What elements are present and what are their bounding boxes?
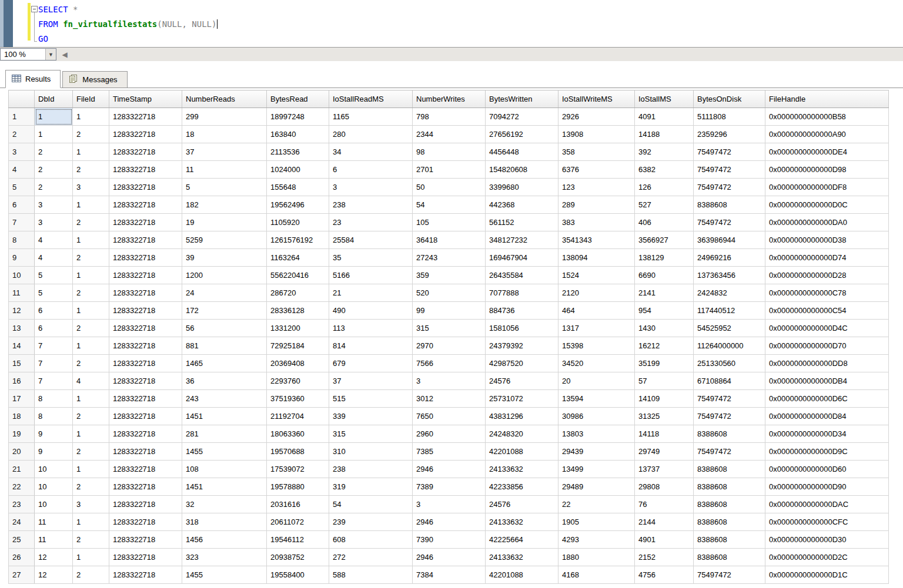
grid-cell[interactable]: 19 [182,214,267,231]
row-number-cell[interactable]: 27 [9,566,35,584]
grid-cell[interactable]: 2946 [413,461,486,478]
grid-cell[interactable]: 1 [73,461,109,478]
grid-cell[interactable]: 319 [329,478,413,496]
grid-cell[interactable]: 0x0000000000000DF8 [765,179,889,196]
grid-cell[interactable]: 2424832 [694,284,765,302]
grid-cell[interactable]: 359 [413,267,486,284]
column-header-bytesondisk[interactable]: BytesOnDisk [694,90,765,108]
grid-cell[interactable]: 7 [35,355,73,372]
grid-cell[interactable]: 6 [329,161,413,179]
grid-cell[interactable]: 884736 [486,302,558,320]
grid-cell[interactable]: 75497472 [694,161,765,179]
grid-cell[interactable]: 1105920 [267,214,329,231]
row-number-cell[interactable]: 10 [9,267,35,284]
grid-cell[interactable]: 32 [182,496,267,513]
grid-cell[interactable]: 75497472 [694,443,765,461]
column-header-bytesread[interactable]: BytesRead [267,90,329,108]
grid-cell[interactable]: 24133632 [486,513,558,531]
grid-cell[interactable]: 1283322718 [109,161,182,179]
grid-cell[interactable]: 23 [329,214,413,231]
grid-cell[interactable]: 75497472 [694,143,765,161]
grid-cell[interactable]: 1 [73,231,109,249]
grid-cell[interactable]: 4168 [558,566,635,584]
grid-cell[interactable]: 8388608 [694,549,765,566]
grid-cell[interactable]: 0x0000000000000D84 [765,408,889,425]
grid-cell[interactable]: 0x0000000000000DA0 [765,214,889,231]
grid-cell[interactable]: 28336128 [267,302,329,320]
grid-cell[interactable]: 2 [35,179,73,196]
tab-results[interactable]: Results [5,70,61,88]
grid-cell[interactable]: 7390 [413,531,486,549]
grid-cell[interactable]: 154820608 [486,161,558,179]
grid-cell[interactable]: 24576 [486,496,558,513]
grid-cell[interactable]: 11 [35,513,73,531]
grid-cell[interactable]: 7384 [413,566,486,584]
grid-cell[interactable]: 358 [558,143,635,161]
grid-cell[interactable]: 26435584 [486,267,558,284]
grid-cell[interactable]: 0x0000000000000A90 [765,126,889,143]
grid-cell[interactable]: 13594 [558,390,635,408]
grid-cell[interactable]: 4901 [635,531,694,549]
grid-cell[interactable]: 2344 [413,126,486,143]
grid-cell[interactable]: 42987520 [486,355,558,372]
grid-cell[interactable]: 0x0000000000000D9C [765,443,889,461]
grid-cell[interactable]: 0x0000000000000CFC [765,513,889,531]
grid-cell[interactable]: 3 [35,214,73,231]
grid-cell[interactable]: 2152 [635,549,694,566]
grid-cell[interactable]: 6 [35,302,73,320]
grid-cell[interactable]: 679 [329,355,413,372]
grid-cell[interactable]: 1261576192 [267,231,329,249]
grid-cell[interactable]: 17539072 [267,461,329,478]
grid-cell[interactable]: 10 [35,496,73,513]
grid-cell[interactable]: 126 [635,179,694,196]
grid-cell[interactable]: 19570688 [267,443,329,461]
grid-cell[interactable]: 57 [635,372,694,390]
grid-cell[interactable]: 0x0000000000000D0C [765,196,889,214]
grid-cell[interactable]: 1 [73,108,109,126]
grid-cell[interactable]: 163840 [267,126,329,143]
grid-cell[interactable]: 0x0000000000000D60 [765,461,889,478]
row-number-cell[interactable]: 16 [9,372,35,390]
row-number-cell[interactable]: 14 [9,337,35,355]
grid-cell[interactable]: 442368 [486,196,558,214]
grid-cell[interactable]: 54525952 [694,320,765,337]
grid-cell[interactable]: 0x0000000000000DB4 [765,372,889,390]
grid-cell[interactable]: 35199 [635,355,694,372]
grid-cell[interactable]: 1524 [558,267,635,284]
grid-cell[interactable]: 2 [73,408,109,425]
grid-cell[interactable]: 363986944 [694,231,765,249]
grid-cell[interactable]: 5259 [182,231,267,249]
grid-cell[interactable]: 1283322718 [109,461,182,478]
grid-cell[interactable]: 75497472 [694,214,765,231]
grid-cell[interactable]: 138094 [558,249,635,267]
grid-cell[interactable]: 798 [413,108,486,126]
grid-cell[interactable]: 0x0000000000000D6C [765,390,889,408]
grid-cell[interactable]: 281 [182,425,267,443]
grid-cell[interactable]: 34520 [558,355,635,372]
grid-cell[interactable]: 0x0000000000000D38 [765,231,889,249]
grid-cell[interactable]: 14118 [635,425,694,443]
grid-cell[interactable]: 54 [329,496,413,513]
grid-cell[interactable]: 8388608 [694,461,765,478]
grid-cell[interactable]: 0x0000000000000D30 [765,531,889,549]
grid-cell[interactable]: 490 [329,302,413,320]
grid-cell[interactable]: 2960 [413,425,486,443]
grid-cell[interactable]: 383 [558,214,635,231]
grid-cell[interactable]: 10 [35,478,73,496]
grid-cell[interactable]: 280 [329,126,413,143]
grid-cell[interactable]: 0x0000000000000D34 [765,425,889,443]
column-header-numberwrites[interactable]: NumberWrites [413,90,486,108]
grid-cell[interactable]: 1 [73,549,109,566]
grid-cell[interactable]: 19562496 [267,196,329,214]
grid-cell[interactable]: 1283322718 [109,425,182,443]
grid-cell[interactable]: 1024000 [267,161,329,179]
grid-cell[interactable]: 3 [73,179,109,196]
grid-cell[interactable]: 2 [73,320,109,337]
left-arrow-icon[interactable]: ◀ [59,49,70,61]
grid-cell[interactable]: 0x0000000000000DD8 [765,355,889,372]
grid-cell[interactable]: 22 [558,496,635,513]
grid-cell[interactable]: 2 [73,161,109,179]
grid-cell[interactable]: 5111808 [694,108,765,126]
grid-cell[interactable]: 24576 [486,372,558,390]
grid-cell[interactable]: 954 [635,302,694,320]
